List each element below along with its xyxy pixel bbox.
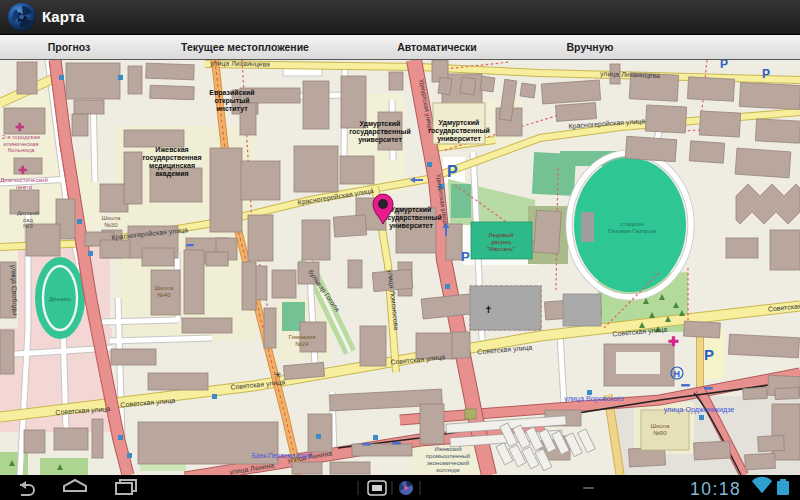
svg-text:государственная: государственная bbox=[142, 154, 201, 162]
svg-text:улица Орджоникидзе: улица Орджоникидзе bbox=[664, 405, 735, 414]
svg-text:✚: ✚ bbox=[15, 121, 25, 133]
svg-text:Удмуртский: Удмуртский bbox=[439, 119, 480, 127]
svg-text:Диагностический: Диагностический bbox=[0, 177, 47, 183]
svg-text:дворец: дворец bbox=[491, 239, 512, 245]
svg-text:институт: институт bbox=[216, 105, 248, 113]
svg-text:Удмуртский: Удмуртский bbox=[391, 206, 432, 214]
svg-text:✚: ✚ bbox=[18, 164, 28, 176]
svg-text:открытый: открытый bbox=[215, 97, 250, 105]
svg-text:экономический: экономический bbox=[427, 460, 469, 466]
svg-text:P: P bbox=[720, 60, 728, 71]
svg-text:Ледовый: Ледовый bbox=[489, 232, 514, 238]
svg-text:H: H bbox=[674, 369, 681, 379]
svg-text:✚: ✚ bbox=[668, 334, 679, 349]
svg-text:P: P bbox=[461, 249, 470, 264]
svg-text:Банк-Первомайский: Банк-Первомайский bbox=[252, 452, 313, 460]
svg-text:№24: №24 bbox=[295, 340, 309, 347]
svg-text:промышленный: промышленный bbox=[426, 453, 470, 459]
svg-text:Школа: Школа bbox=[651, 422, 670, 429]
svg-text:10:18: 10:18 bbox=[690, 479, 741, 499]
svg-text:Удмуртский: Удмуртский bbox=[360, 120, 401, 128]
svg-text:✝: ✝ bbox=[484, 304, 492, 315]
svg-text:Детский: Детский bbox=[17, 210, 39, 216]
svg-text:№90: №90 bbox=[653, 429, 667, 436]
svg-text:№9: №9 bbox=[23, 223, 33, 229]
svg-text:университет: университет bbox=[358, 136, 402, 144]
svg-text:колледж: колледж bbox=[436, 467, 460, 473]
svg-text:университет: университет bbox=[389, 222, 433, 230]
svg-text:Евразийский: Евразийский bbox=[209, 89, 254, 97]
svg-text:стадион: стадион bbox=[620, 220, 643, 227]
svg-text:2-я городская: 2-я городская bbox=[2, 134, 40, 140]
svg-text:государственный: государственный bbox=[428, 127, 489, 135]
svg-text:P: P bbox=[704, 346, 714, 363]
svg-text:P: P bbox=[762, 67, 770, 81]
svg-text:Газовик-Газпром: Газовик-Газпром bbox=[608, 227, 656, 234]
svg-text:Школа: Школа bbox=[102, 214, 121, 221]
svg-text:центр: центр bbox=[16, 184, 33, 190]
svg-text:государственный: государственный bbox=[380, 214, 441, 222]
svg-text:академия: академия bbox=[155, 170, 188, 178]
svg-text:медицинская: медицинская bbox=[149, 162, 195, 170]
svg-text:"Ижсталь": "Ижсталь" bbox=[487, 246, 515, 252]
svg-text:Ижевская: Ижевская bbox=[155, 146, 188, 153]
svg-text:P: P bbox=[447, 163, 458, 180]
svg-text:Школа: Школа bbox=[155, 284, 174, 291]
svg-text:№30: №30 bbox=[104, 221, 118, 228]
svg-text:университет: университет bbox=[437, 135, 481, 143]
svg-text:№40: №40 bbox=[157, 291, 171, 298]
svg-text:сад: сад bbox=[23, 217, 33, 223]
svg-text:клиническая: клиническая bbox=[3, 141, 38, 147]
svg-text:Ижевский: Ижевский bbox=[434, 446, 461, 452]
svg-text:улица Воровского: улица Воровского bbox=[564, 394, 624, 403]
svg-text:государственный: государственный bbox=[349, 128, 410, 136]
svg-text:Динамо: Динамо bbox=[49, 295, 72, 302]
svg-text:больница: больница bbox=[8, 147, 35, 153]
svg-text:Гимназия: Гимназия bbox=[288, 333, 315, 340]
